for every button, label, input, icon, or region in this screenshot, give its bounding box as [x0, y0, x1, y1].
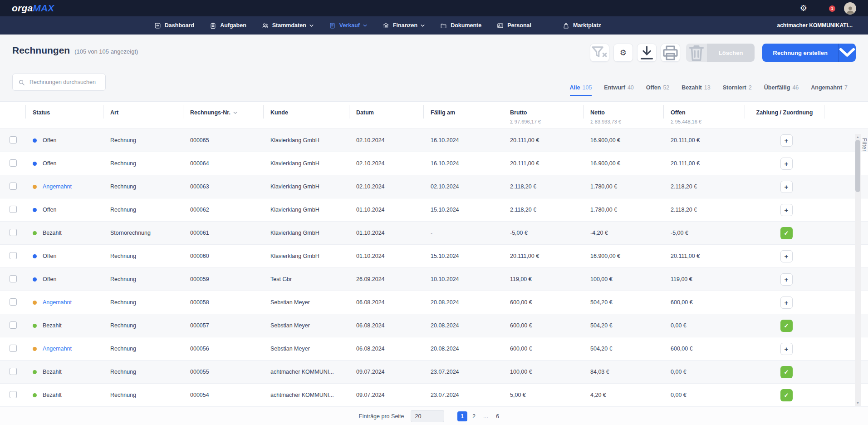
table-row[interactable]: BezahltStornorechnung000061Klavierklang …: [0, 222, 868, 245]
nav-item-marktplatz[interactable]: Marktplatz: [563, 22, 601, 29]
table-row[interactable]: OffenRechnung000060Klavierklang GmbH01.1…: [0, 245, 868, 268]
column-label: Netto: [590, 109, 605, 116]
prev-page-button[interactable]: [451, 415, 454, 418]
due-date-cell: 10.10.2024: [423, 276, 503, 282]
tab-bezahlt[interactable]: Bezahlt13: [682, 84, 710, 96]
scrollbar-thumb[interactable]: [855, 140, 860, 192]
download-button[interactable]: [637, 44, 657, 62]
table-row[interactable]: AngemahntRechnung000063Klavierklang GmbH…: [0, 175, 868, 198]
table-row[interactable]: AngemahntRechnung000058Sebstian Meyer06.…: [0, 291, 868, 314]
table-row[interactable]: BezahltRechnung000057Sebstian Meyer06.08…: [0, 314, 868, 337]
tab-count: 105: [582, 84, 592, 91]
page-button-1[interactable]: 1: [457, 411, 467, 421]
row-checkbox[interactable]: [10, 206, 17, 213]
table-row[interactable]: BezahltRechnung000055achtmacher KOMMUNI.…: [0, 361, 868, 384]
add-payment-button[interactable]: +: [780, 250, 793, 262]
invoice-number-cell: 000064: [183, 160, 263, 167]
tab-storniert[interactable]: Storniert2: [723, 84, 752, 96]
table-row[interactable]: OffenRechnung000059Test Gbr26.09.202410.…: [0, 268, 868, 291]
status-label[interactable]: Angemahnt: [43, 183, 72, 190]
avatar[interactable]: [844, 2, 856, 15]
net-cell: 16.900,00 €: [583, 160, 663, 167]
page-size-select[interactable]: 20: [411, 410, 444, 422]
add-payment-button[interactable]: +: [780, 204, 793, 216]
row-checkbox[interactable]: [10, 136, 17, 143]
tab-offen[interactable]: Offen52: [646, 84, 670, 96]
table-row[interactable]: OffenRechnung000065Klavierklang GmbH02.1…: [0, 129, 868, 152]
status-label: Bezahlt: [43, 230, 62, 236]
nav-item-label: Marktplatz: [573, 22, 601, 29]
tab-count: 13: [704, 84, 711, 91]
tab--berf-llig[interactable]: Überfällig46: [764, 84, 799, 96]
scroll-up-icon[interactable]: ▲: [856, 134, 859, 140]
add-payment-button[interactable]: +: [780, 181, 793, 193]
row-checkbox[interactable]: [10, 345, 17, 352]
nav-item-personal[interactable]: Personal: [497, 22, 531, 29]
invoice-search-input[interactable]: [29, 79, 100, 85]
table-row[interactable]: AngemahntRechnung000056Sebstian Meyer06.…: [0, 337, 868, 361]
account-switcher[interactable]: achtmacher KOMMUNIKATI...: [777, 22, 856, 29]
row-checkbox-cell: [0, 368, 25, 376]
row-checkbox[interactable]: [10, 391, 17, 398]
tab-label: Offen: [646, 84, 661, 91]
table-row[interactable]: BezahltRechnung000054achtmacher KOMMUNI.…: [0, 384, 868, 407]
status-label: Bezahlt: [43, 369, 62, 375]
nav-item-dokumente[interactable]: Dokumente: [440, 22, 481, 29]
add-payment-button[interactable]: +: [780, 158, 793, 170]
tab-entwurf[interactable]: Entwurf40: [604, 84, 633, 96]
page-button-2[interactable]: 2: [469, 411, 479, 421]
logo-text-max: MAX: [33, 3, 54, 13]
row-checkbox[interactable]: [10, 252, 17, 259]
nav-item-label: Dashboard: [165, 22, 194, 29]
create-invoice-button[interactable]: Rechnung erstellen: [762, 44, 856, 62]
table-row[interactable]: OffenRechnung000064Klavierklang GmbH02.1…: [0, 152, 868, 175]
nav-item-finanzen[interactable]: Finanzen: [383, 22, 425, 29]
status-label[interactable]: Angemahnt: [43, 346, 72, 352]
next-page-button[interactable]: [506, 415, 510, 418]
nav-item-stammdaten[interactable]: Stammdaten: [262, 22, 314, 29]
orgamax-logo[interactable]: orgaMAX: [12, 3, 54, 14]
scroll-down-icon[interactable]: ▼: [856, 400, 859, 406]
nav-item-label: Finanzen: [393, 22, 417, 29]
row-checkbox[interactable]: [10, 159, 17, 167]
add-payment-button[interactable]: +: [780, 273, 793, 286]
add-payment-button[interactable]: +: [780, 343, 793, 355]
status-label[interactable]: Angemahnt: [43, 299, 72, 306]
invoice-number-cell: 000058: [183, 299, 263, 306]
filter-panel-tab[interactable]: Filter: [861, 136, 868, 153]
payment-cell: ✓: [745, 227, 824, 239]
row-checkbox[interactable]: [10, 298, 17, 306]
row-checkbox-cell: [0, 298, 25, 307]
row-checkbox[interactable]: [10, 321, 17, 329]
customer-cell: Klavierklang GmbH: [263, 207, 349, 213]
date-cell: 02.10.2024: [349, 160, 423, 167]
column-header-art: Art: [103, 102, 183, 116]
clear-filter-button[interactable]: [590, 44, 609, 62]
nav-item-verkauf[interactable]: Verkauf: [329, 22, 367, 29]
page-button-6[interactable]: 6: [493, 411, 503, 421]
add-payment-button[interactable]: +: [780, 297, 793, 309]
nav-item-dashboard[interactable]: Dashboard: [154, 22, 194, 29]
table-row[interactable]: OffenRechnung000062Klavierklang GmbH01.1…: [0, 198, 868, 222]
add-payment-button[interactable]: +: [780, 134, 793, 147]
row-checkbox[interactable]: [10, 275, 17, 282]
open-amount-cell: 0,00 €: [663, 322, 745, 329]
row-checkbox[interactable]: [10, 183, 17, 190]
tab-label: Bezahlt: [682, 84, 701, 91]
nav-item-aufgaben[interactable]: Aufgaben: [210, 22, 246, 29]
net-cell: 1.780,00 €: [583, 183, 663, 190]
row-checkbox-cell: [0, 345, 25, 353]
chevron-down-icon[interactable]: [838, 44, 856, 62]
vertical-scrollbar[interactable]: ▲ ▼: [855, 134, 861, 406]
tab-alle[interactable]: Alle105: [570, 84, 592, 96]
delete-button[interactable]: Löschen: [686, 44, 755, 62]
row-checkbox[interactable]: [10, 229, 17, 236]
sort-icon[interactable]: [233, 111, 237, 115]
column-header-rechnungs-nr-[interactable]: Rechnungs-Nr.: [183, 102, 263, 116]
row-checkbox[interactable]: [10, 368, 17, 375]
settings-icon[interactable]: ⚙: [800, 4, 807, 12]
print-button[interactable]: [661, 44, 680, 62]
table-settings-button[interactable]: ⚙: [613, 44, 633, 62]
tab-angemahnt[interactable]: Angemahnt7: [811, 84, 848, 96]
title-row: Rechnungen (105 von 105 angezeigt): [12, 45, 138, 56]
